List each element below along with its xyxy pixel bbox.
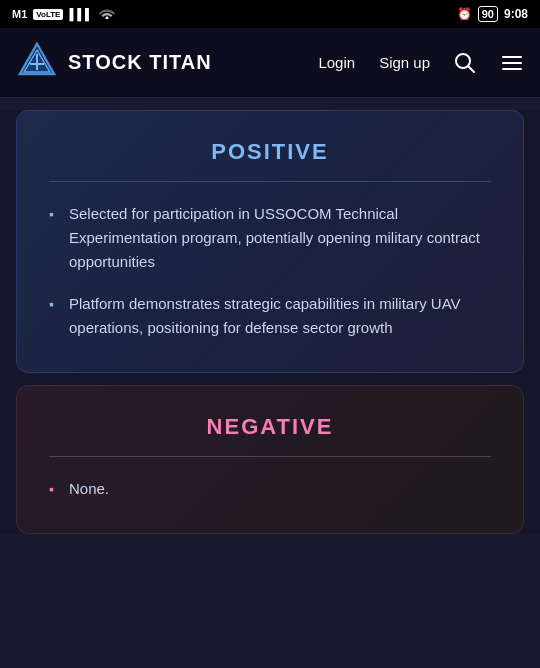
- wifi-icon: [99, 7, 115, 21]
- status-left: M1 VoLTE ▌▌▌: [12, 7, 115, 21]
- nav-links: Login Sign up: [318, 51, 524, 75]
- signup-link[interactable]: Sign up: [379, 54, 430, 71]
- negative-bullet-1: None.: [49, 477, 491, 501]
- positive-bullet-2: Platform demonstrates strategic capabili…: [49, 292, 491, 340]
- positive-card: Positive Selected for participation in U…: [16, 110, 524, 373]
- search-icon[interactable]: [454, 52, 476, 74]
- negative-title: Negative: [49, 414, 491, 440]
- positive-title: Positive: [49, 139, 491, 165]
- login-link[interactable]: Login: [318, 54, 355, 71]
- logo-container: STOCK TITAN: [16, 42, 318, 84]
- signal-icon: ▌▌▌: [69, 8, 92, 20]
- carrier-label: M1: [12, 8, 27, 20]
- positive-divider: [49, 181, 491, 182]
- svg-line-5: [469, 66, 475, 72]
- negative-divider: [49, 456, 491, 457]
- volte-badge: VoLTE: [33, 9, 63, 20]
- status-bar: M1 VoLTE ▌▌▌ ⏰ 90 9:08: [0, 0, 540, 28]
- menu-icon[interactable]: [500, 51, 524, 75]
- positive-bullet-list: Selected for participation in USSOCOM Te…: [49, 202, 491, 340]
- main-content: Positive Selected for participation in U…: [0, 110, 540, 534]
- negative-card: Negative None.: [16, 385, 524, 534]
- navbar: STOCK TITAN Login Sign up: [0, 28, 540, 98]
- time-display: 9:08: [504, 7, 528, 21]
- logo-icon: [16, 42, 58, 84]
- negative-bullet-list: None.: [49, 477, 491, 501]
- battery-indicator: 90: [478, 6, 498, 22]
- positive-bullet-1: Selected for participation in USSOCOM Te…: [49, 202, 491, 274]
- alarm-icon: ⏰: [457, 7, 472, 21]
- logo-text: STOCK TITAN: [68, 51, 212, 74]
- status-right: ⏰ 90 9:08: [457, 6, 528, 22]
